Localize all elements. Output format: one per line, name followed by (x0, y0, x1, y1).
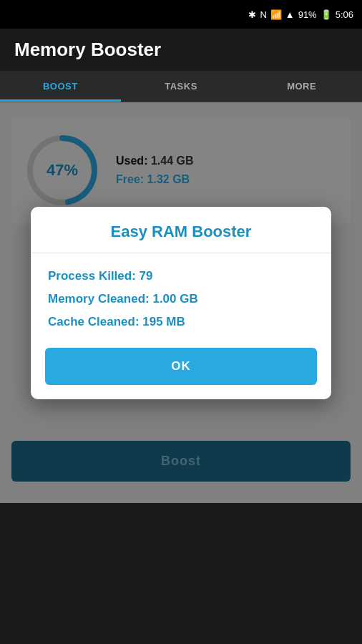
signal-icon: ▲ (285, 9, 295, 20)
ok-button[interactable]: OK (45, 348, 317, 385)
dialog-stat-memory-value: 1.00 GB (152, 292, 197, 306)
battery-icon: 🔋 (321, 9, 332, 20)
tab-tasks[interactable]: TASKS (121, 71, 242, 102)
app-header: Memory Booster (0, 29, 362, 71)
dialog-stat-process-value: 79 (140, 269, 153, 283)
wifi-icon: 📶 (270, 9, 282, 20)
dialog-stat-process: Process Killed: 79 (48, 269, 314, 283)
dialog-stat-memory: Memory Cleaned: 1.00 GB (48, 292, 314, 306)
tab-boost[interactable]: BOOST (0, 71, 121, 102)
dialog-stat-cache-value: 195 MB (142, 315, 185, 328)
dialog-stat-cache: Cache Cleaned: 195 MB (48, 315, 314, 329)
dialog: Easy RAM Booster Process Killed: 79 Memo… (31, 207, 331, 399)
battery-text: 91% (298, 9, 317, 20)
time-display: 5:06 (336, 9, 353, 20)
n-signal-icon: N (260, 9, 266, 20)
dialog-title: Easy RAM Booster (111, 223, 252, 240)
tab-bar: BOOST TASKS MORE (0, 71, 362, 102)
app-title: Memory Booster (14, 39, 161, 60)
dialog-overlay: Easy RAM Booster Process Killed: 79 Memo… (0, 102, 362, 503)
bluetooth-icon: ✱ (248, 9, 256, 20)
status-bar: ✱ N 📶 ▲ 91% 🔋 5:06 (0, 0, 362, 29)
dialog-body: Process Killed: 79 Memory Cleaned: 1.00 … (31, 253, 331, 336)
dialog-header: Easy RAM Booster (31, 207, 331, 253)
main-content: 47% Used: 1.44 GB Free: 1.32 GB Boost Ea… (0, 102, 362, 503)
status-icons: ✱ N 📶 ▲ 91% 🔋 5:06 (248, 9, 353, 20)
dialog-actions: OK (31, 336, 331, 399)
tab-more[interactable]: MORE (241, 71, 362, 102)
